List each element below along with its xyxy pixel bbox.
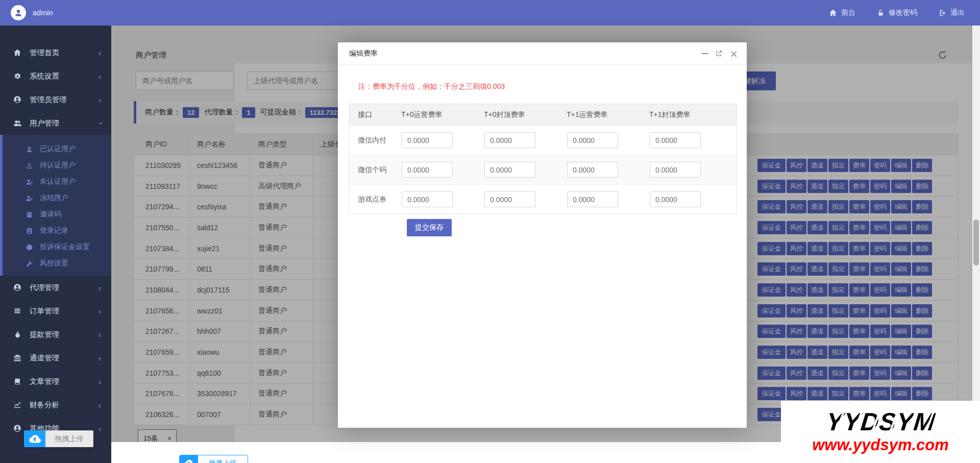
fee-cell [641, 132, 737, 148]
navbar-links: 前台修改密码退出 [829, 8, 965, 17]
sidebar-item-label: 代理管理 [30, 283, 59, 293]
chevron-icon: ‹ [96, 122, 104, 125]
fee-input[interactable] [402, 162, 453, 178]
fee-input[interactable] [567, 162, 618, 178]
fee-input[interactable] [650, 132, 701, 148]
navbar-link-label: 退出 [950, 8, 965, 17]
fee-input[interactable] [402, 191, 453, 207]
cloud-upload-icon[interactable] [24, 430, 45, 447]
fee-column-header: 接口 [349, 110, 393, 119]
sidebar-subitem-label: 待认证用户 [40, 161, 76, 170]
sidebar-item-admin-2[interactable]: 管理员管理‹ [0, 88, 111, 111]
sidebar-item-users-3[interactable]: 用户管理‹ [0, 111, 111, 135]
user-outline-icon [25, 162, 34, 169]
chart-icon [13, 401, 22, 409]
fee-cell [393, 132, 475, 148]
fee-input[interactable] [484, 191, 535, 207]
drag-upload-widget-2[interactable]: 拖拽上传 [179, 455, 248, 463]
minimize-icon[interactable] [702, 53, 708, 54]
fee-cell [641, 191, 737, 207]
fee-row: 微信内付 [349, 126, 737, 155]
fee-cell [558, 191, 641, 207]
fee-cell [475, 132, 558, 148]
fee-input[interactable] [650, 162, 701, 178]
submit-save-button[interactable]: 提交保存 [407, 219, 452, 236]
fee-input[interactable] [484, 162, 535, 178]
fee-row: 微信个码 [349, 155, 737, 185]
navbar-username: admin [33, 9, 53, 17]
fee-input[interactable] [567, 132, 618, 148]
chevron-icon: ‹ [99, 72, 101, 80]
fee-column-header: T+0运营费率 [393, 110, 475, 119]
gear-icon [13, 72, 22, 80]
moneybag-icon [13, 331, 22, 338]
fee-input[interactable] [402, 132, 453, 148]
sidebar-item-moneybag-6[interactable]: 提款管理‹ [0, 323, 111, 346]
sidebar-subitem-label: 邀请码 [40, 210, 61, 219]
drag-upload-label-2: 拖拽上传 [198, 455, 248, 463]
sidebar-subitem-gem[interactable]: 投诉保证金设置 [3, 239, 111, 255]
scrollbar-thumb[interactable] [973, 220, 979, 265]
fee-cell [475, 191, 558, 207]
drag-upload-widget[interactable]: 拖拽上传 [24, 430, 93, 447]
sidebar-subitem-record[interactable]: 登录记录 [3, 223, 111, 239]
gem-icon [25, 243, 34, 251]
sidebar-item-gear-1[interactable]: 系统设置‹ [0, 64, 111, 88]
sidebar-item-label: 管理首页 [30, 48, 59, 58]
modal-window-buttons: × [702, 48, 738, 59]
navbar-link-logout[interactable]: 退出 [939, 8, 965, 17]
bank-icon [13, 354, 22, 362]
avatar[interactable] [11, 5, 26, 20]
sidebar-item-bank-7[interactable]: 通道管理‹ [0, 346, 111, 370]
fee-row-label: 微信内付 [349, 136, 393, 145]
navbar-link-label: 修改密码 [889, 8, 917, 17]
watermark-brand: YYDSYM [825, 409, 936, 434]
fee-table-header: 接口T+0运营费率T+0封顶费率T+1运营费率T+1封顶费率 [349, 104, 737, 126]
record-icon [25, 227, 34, 235]
sidebar-subitem-user[interactable]: 已认证用户 [3, 141, 111, 157]
sidebar-item-label: 订单管理 [30, 306, 59, 316]
sidebar-item-label: 通道管理 [30, 353, 59, 363]
fee-input[interactable] [567, 191, 618, 207]
navbar-link-home[interactable]: 前台 [829, 8, 855, 17]
sidebar-subitem-user-x[interactable]: 冻结用户 [3, 190, 111, 206]
fee-cell [641, 162, 737, 178]
sidebar-subitem-label: 未认证用户 [40, 177, 76, 186]
sidebar-subitem-gift[interactable]: 邀请码 [3, 206, 111, 223]
sidebar-subitem-user-outline[interactable]: 待认证用户 [3, 157, 111, 174]
sidebar-item-home-0[interactable]: 管理首页‹ [0, 41, 111, 64]
chevron-icon: ‹ [99, 49, 101, 57]
chevron-icon: ‹ [99, 354, 101, 362]
fee-input[interactable] [484, 132, 535, 148]
fee-row-label: 微信个码 [349, 165, 393, 175]
sidebar-subitem-wrench[interactable]: 风控设置 [3, 255, 111, 272]
agent-icon [13, 283, 22, 291]
gift-icon [25, 211, 34, 218]
sidebar: 管理首页‹系统设置‹管理员管理‹用户管理‹已认证用户待认证用户未认证用户冻结用户… [0, 26, 111, 463]
sidebar-item-agent-4[interactable]: 代理管理‹ [0, 276, 111, 299]
fee-cell [558, 132, 641, 148]
fee-row-label: 游戏点券 [349, 195, 393, 204]
modal-header: 编辑费率 × [338, 42, 747, 65]
user-x-icon [25, 194, 34, 202]
sidebar-subitem-label: 登录记录 [40, 226, 68, 235]
sidebar-subitem-label: 冻结用户 [40, 193, 68, 203]
chevron-icon: ‹ [99, 96, 101, 104]
chevron-icon: ‹ [99, 307, 101, 315]
unlock-icon [877, 9, 885, 17]
navbar-link-unlock[interactable]: 修改密码 [877, 8, 917, 17]
close-icon[interactable]: × [729, 48, 738, 59]
cloud-upload-icon [180, 455, 198, 463]
sidebar-item-list-5[interactable]: 订单管理‹ [0, 299, 111, 323]
sidebar-item-label: 文章管理 [30, 377, 59, 386]
vertical-scrollbar[interactable] [972, 26, 980, 463]
watermark-site: www.yydsym.com [812, 436, 949, 454]
sidebar-item-chart-9[interactable]: 财务分析‹ [0, 393, 111, 417]
maximize-icon[interactable] [716, 50, 722, 57]
user-icon [25, 145, 34, 153]
fee-input[interactable] [650, 191, 701, 207]
sidebar-item-book-8[interactable]: 文章管理‹ [0, 370, 111, 393]
sidebar-subitem-user-plus[interactable]: 未认证用户 [3, 174, 111, 190]
admin-icon [13, 424, 22, 432]
sidebar-item-label: 系统设置 [30, 71, 59, 81]
